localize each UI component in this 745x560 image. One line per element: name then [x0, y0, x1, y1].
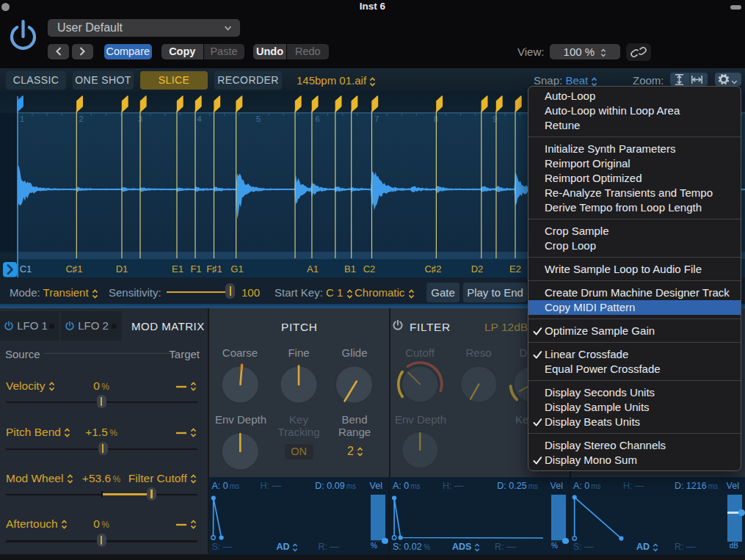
svg-text:7: 7 [374, 114, 379, 123]
svg-text:8: 8 [434, 114, 438, 123]
svg-text:5: 5 [256, 114, 261, 123]
svg-text:B1: B1 [344, 263, 356, 274]
svg-text:F♯1: F♯1 [206, 263, 222, 274]
svg-text:6: 6 [316, 114, 320, 123]
svg-text:C♯2: C♯2 [424, 263, 441, 274]
svg-text:G1: G1 [230, 263, 243, 274]
svg-text:D2: D2 [471, 263, 484, 274]
svg-text:E2: E2 [509, 263, 521, 274]
svg-text:A1: A1 [307, 263, 319, 274]
svg-text:C2: C2 [363, 263, 376, 274]
